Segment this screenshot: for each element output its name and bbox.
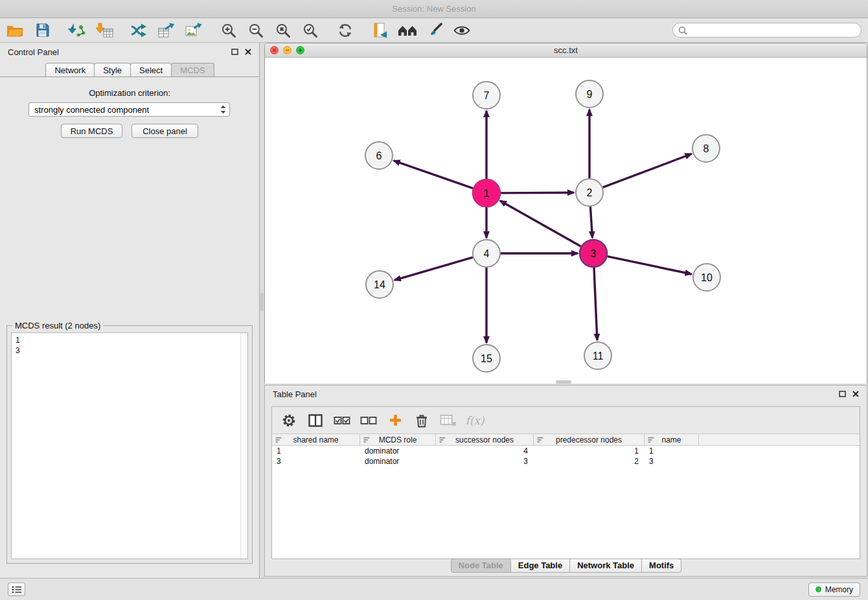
memory-status-icon (816, 586, 821, 592)
table-cell[interactable]: 3 (436, 456, 534, 467)
criterion-select[interactable]: strongly connected component (29, 102, 230, 117)
show-columns-button[interactable] (306, 411, 325, 430)
float-panel-button[interactable] (231, 49, 238, 55)
table-cell[interactable]: dominator (360, 456, 436, 467)
graph-edge-3-1[interactable] (500, 201, 581, 246)
graph-node-10[interactable]: 10 (693, 264, 720, 291)
panel-divider-grip[interactable] (260, 293, 264, 311)
float-table-panel-button[interactable] (839, 391, 846, 397)
column-header-name[interactable]: name (645, 434, 699, 445)
graph-edge-1-6[interactable] (394, 161, 474, 189)
close-table-panel-button[interactable] (852, 391, 859, 397)
zoom-fit-button[interactable] (269, 19, 297, 41)
graph-edge-2-8[interactable] (603, 154, 692, 188)
graph-node-15[interactable]: 15 (473, 345, 500, 372)
tab-node-table[interactable]: Node Table (451, 559, 511, 573)
window-titlebar: Session: New Session (0, 0, 868, 18)
plus-icon (389, 413, 402, 427)
tab-mcds[interactable]: MCDS (171, 63, 214, 76)
graph-node-11[interactable]: 11 (584, 342, 611, 369)
zoom-selected-button[interactable] (297, 19, 324, 41)
svg-text:15: 15 (481, 353, 492, 364)
table-cell[interactable]: 2 (534, 456, 645, 467)
style-button[interactable] (421, 19, 448, 41)
column-header-label: shared name (293, 435, 338, 444)
graph-node-9[interactable]: 9 (576, 80, 603, 108)
network-overview-button[interactable] (394, 19, 421, 41)
add-column-button[interactable] (386, 411, 404, 430)
memory-button-label: Memory (825, 585, 853, 594)
import-table-button[interactable] (91, 19, 118, 41)
network-canvas[interactable]: 7968124314101511 (265, 58, 867, 384)
graph-edge-2-3[interactable] (590, 207, 592, 238)
table-cell[interactable]: 1 (534, 446, 645, 456)
function-builder-button[interactable]: f(x) (466, 411, 484, 430)
memory-button[interactable]: Memory (808, 583, 860, 597)
graph-node-1[interactable]: 1 (473, 179, 500, 207)
apply-layout-button[interactable] (367, 19, 394, 41)
import-network-button[interactable] (63, 19, 91, 41)
graph-node-4[interactable]: 4 (473, 240, 500, 267)
search-input[interactable] (691, 26, 856, 35)
graph-edge-3-11[interactable] (594, 268, 597, 340)
close-icon (852, 391, 859, 397)
close-window-icon[interactable] (270, 46, 279, 54)
tab-motifs[interactable]: Motifs (641, 559, 681, 573)
column-header-predecessor-nodes[interactable]: predecessor nodes (534, 434, 645, 445)
network-graph-svg[interactable]: 7968124314101511 (265, 58, 867, 384)
graph-node-3[interactable]: 3 (580, 240, 607, 267)
mcds-result-area[interactable]: 1 3 (11, 332, 248, 559)
graph-node-6[interactable]: 6 (365, 142, 393, 169)
network-view-window: scc.txt 7968124314101511 (264, 43, 867, 384)
refresh-button[interactable] (332, 19, 359, 41)
table-cell[interactable]: 1 (645, 446, 699, 456)
panel-divider-grip[interactable] (556, 380, 571, 384)
network-window-titlebar[interactable]: scc.txt (265, 43, 867, 58)
zoom-out-icon (248, 23, 264, 38)
delete-column-button[interactable] (413, 411, 431, 430)
graph-edge-1-2[interactable] (501, 192, 574, 193)
column-header-successor-nodes[interactable]: successor nodes (436, 434, 534, 445)
close-panel-action-button[interactable]: Close panel (131, 124, 198, 138)
table-settings-button[interactable] (280, 411, 298, 430)
table-cell[interactable]: 3 (645, 456, 699, 467)
graph-edge-4-14[interactable] (394, 257, 473, 280)
table-row[interactable]: 1dominator411 (272, 446, 860, 456)
tab-style[interactable]: Style (94, 63, 131, 76)
tab-network-table[interactable]: Network Table (569, 559, 642, 573)
export-table-button[interactable] (153, 19, 180, 41)
show-hide-button[interactable] (448, 19, 475, 41)
maximize-window-icon[interactable] (296, 46, 304, 54)
zoom-in-button[interactable] (215, 19, 242, 41)
show-panels-button[interactable] (8, 583, 25, 596)
graph-node-14[interactable]: 14 (366, 271, 393, 298)
tab-network[interactable]: Network (45, 63, 95, 76)
tab-edge-table[interactable]: Edge Table (510, 559, 570, 573)
new-network-button[interactable] (126, 19, 153, 41)
table-cell[interactable]: 4 (436, 446, 534, 456)
graph-node-7[interactable]: 7 (473, 82, 500, 109)
column-header-shared-name[interactable]: shared name (272, 434, 360, 445)
table-cell[interactable]: 1 (272, 446, 360, 456)
table-row[interactable]: 3dominator323 (272, 456, 860, 467)
close-panel-button[interactable] (245, 49, 251, 55)
graph-node-2[interactable]: 2 (576, 179, 603, 206)
select-all-columns-button[interactable] (333, 411, 351, 430)
unselect-all-columns-button[interactable] (360, 411, 378, 430)
graph-node-8[interactable]: 8 (692, 135, 720, 162)
export-image-button[interactable] (180, 19, 207, 41)
minimize-window-icon[interactable] (283, 46, 291, 54)
save-session-button[interactable] (29, 19, 56, 41)
result-scrollbar[interactable] (240, 333, 247, 559)
graph-edge-3-10[interactable] (608, 257, 692, 274)
search-icon (678, 26, 687, 35)
column-header-mcds-role[interactable]: MCDS role (360, 434, 436, 445)
tab-select[interactable]: Select (130, 63, 172, 76)
zoom-out-button[interactable] (242, 19, 269, 41)
table-cell[interactable]: dominator (360, 446, 436, 456)
open-session-button[interactable] (1, 19, 29, 41)
run-mcds-button[interactable]: Run MCDS (61, 124, 122, 138)
table-cell[interactable]: 3 (272, 456, 360, 467)
delete-table-button[interactable] (439, 411, 457, 430)
search-box[interactable] (672, 23, 862, 38)
